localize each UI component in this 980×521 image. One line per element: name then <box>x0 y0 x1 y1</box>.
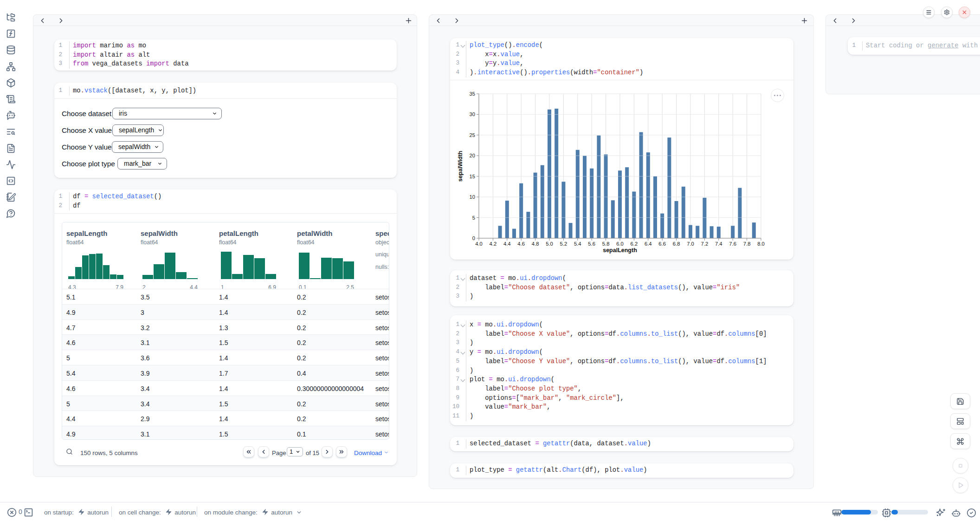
svg-text:5: 5 <box>472 215 475 221</box>
svg-text:5.8: 5.8 <box>602 241 610 247</box>
svg-text:20: 20 <box>469 153 475 158</box>
svg-text:6.8: 6.8 <box>673 241 680 247</box>
svg-text:4.0: 4.0 <box>475 241 483 247</box>
svg-text:4.2: 4.2 <box>490 241 497 247</box>
svg-text:7.2: 7.2 <box>701 241 709 247</box>
svg-text:4.4: 4.4 <box>503 241 511 247</box>
svg-text:sepalWidth: sepalWidth <box>457 151 464 182</box>
svg-text:5.4: 5.4 <box>574 241 581 247</box>
svg-text:30: 30 <box>469 111 475 117</box>
svg-text:4.6: 4.6 <box>517 241 525 247</box>
svg-text:6.2: 6.2 <box>631 241 638 247</box>
svg-text:4.8: 4.8 <box>532 241 539 247</box>
svg-text:10: 10 <box>469 194 475 200</box>
svg-text:6.6: 6.6 <box>658 241 666 247</box>
svg-text:5.2: 5.2 <box>560 241 567 247</box>
svg-text:7.0: 7.0 <box>687 241 694 247</box>
svg-text:7.6: 7.6 <box>729 241 736 247</box>
svg-text:6.4: 6.4 <box>645 241 652 247</box>
svg-text:5.6: 5.6 <box>588 241 595 247</box>
svg-text:15: 15 <box>469 174 475 179</box>
svg-text:35: 35 <box>469 91 475 97</box>
svg-text:7.4: 7.4 <box>715 241 722 247</box>
svg-text:0: 0 <box>472 235 475 241</box>
svg-text:25: 25 <box>469 132 475 138</box>
svg-text:sepalLength: sepalLength <box>603 247 637 254</box>
svg-text:7.8: 7.8 <box>743 241 751 247</box>
svg-text:5.0: 5.0 <box>546 241 553 247</box>
svg-text:8.0: 8.0 <box>757 241 765 247</box>
svg-text:6.0: 6.0 <box>616 241 624 247</box>
